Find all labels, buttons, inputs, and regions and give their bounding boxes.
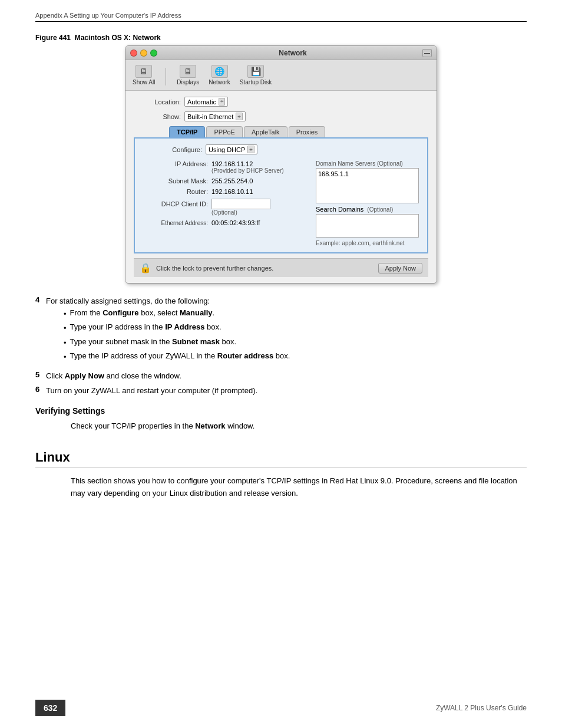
location-select[interactable]: Automatic ÷ [184,97,228,107]
tab-left-col: IP Address: 192.168.11.12 (Provided by D… [143,160,310,246]
toolbar-label-displays: Displays [177,79,199,85]
window-collapse-button[interactable]: — [422,49,432,57]
step-6-text: Turn on your ZyWALL and restart your com… [46,385,257,397]
location-arrow: ÷ [219,98,226,106]
verifying-section: Verifying Settings Check your TCP/IP pro… [35,406,527,433]
configure-value: Using DHCP [209,146,245,153]
ethernet-value: 00:05:02:43:93:ff [211,219,260,226]
figure-num: Figure 441 [35,34,71,42]
minimize-button[interactable] [140,50,147,57]
bullet-text-4: Type the IP address of your ZyWALL in th… [70,350,290,362]
configure-arrow: ÷ [247,146,254,153]
show-row: Show: Built-in Ethernet ÷ [134,111,428,121]
step-5-num: 5 [35,370,46,379]
bullet-dot-3: • [64,337,67,349]
tab-appletalk[interactable]: AppleTalk [244,126,287,137]
mac-window: Network — 🖥 Show All 🖥 Displays 🌐 Networ… [125,45,437,284]
show-all-icon: 🖥 [135,65,152,78]
subnet-row: Subnet Mask: 255.255.254.0 [143,177,310,185]
ethernet-label: Ethernet Address: [143,220,208,226]
tab-proxies[interactable]: Proxies [289,126,326,137]
bullet-text-3: Type your subnet mask in the Subnet mask… [70,336,237,348]
lock-text: Click the lock to prevent further change… [156,265,373,272]
step-5: 5 Click Apply Now and close the window. [35,370,527,382]
toolbar-label-network: Network [209,79,230,85]
bullet-text-2: Type your IP address in the IP Address b… [70,321,222,333]
page-footer: 632 ZyWALL 2 Plus User's Guide [0,700,562,716]
verifying-text: Check your TCP/IP properties in the Netw… [71,420,527,433]
mac-titlebar: Network — [125,46,437,60]
bullet-3: • Type your subnet mask in the Subnet ma… [64,336,290,349]
step-5-text: Click Apply Now and close the window. [46,370,181,382]
search-optional: (Optional) [367,206,393,213]
ip-value-block: 192.168.11.12 (Provided by DHCP Server) [211,160,284,174]
toolbar-item-network[interactable]: 🌐 Network [209,65,230,85]
close-button[interactable] [130,50,137,57]
router-row: Router: 192.168.10.11 [143,188,310,195]
toolbar-item-displays[interactable]: 🖥 Displays [177,65,199,85]
bullet-dot-4: • [64,351,67,363]
router-label: Router: [143,188,208,195]
tab-right-col: Domain Name Servers (Optional) 168.95.1.… [316,160,419,246]
verifying-heading: Verifying Settings [35,406,527,416]
dhcp-input[interactable] [211,199,270,209]
toolbar-item-show-all[interactable]: 🖥 Show All [133,65,155,85]
search-label-row: Search Domains (Optional) [316,206,419,213]
ethernet-row: Ethernet Address: 00:05:02:43:93:ff [143,219,310,226]
step-4: 4 For statically assigned settings, do t… [35,295,527,367]
footer-right-text: ZyWALL 2 Plus User's Guide [65,704,562,712]
displays-icon: 🖥 [180,65,196,78]
bullet-dot-2: • [64,322,67,334]
mac-bottom-bar: 🔒 Click the lock to prevent further chan… [134,258,428,277]
search-domains-box[interactable] [316,214,419,238]
step-4-content: For statically assigned settings, do the… [46,295,290,367]
location-label: Location: [134,98,181,106]
bullet-dot-1: • [64,308,67,320]
ip-row: IP Address: 192.168.11.12 (Provided by D… [143,160,310,174]
mac-tab-content: Configure: Using DHCP ÷ IP Address: [134,137,428,253]
ip-sub: (Provided by DHCP Server) [211,167,284,174]
router-value: 192.168.10.11 [211,188,253,195]
page-container: Appendix A Setting up Your Computer's IP… [0,0,562,728]
dhcp-label: DHCP Client ID: [143,200,208,207]
step-4-bullets: • From the Configure box, select Manuall… [64,307,290,363]
mac-window-buttons [130,50,157,57]
figure-label: Figure 441 Macintosh OS X: Network [35,34,527,42]
dns-value: 168.95.1.1 [318,170,349,177]
tab-pppoe[interactable]: PPPoE [206,126,242,137]
search-example: Example: apple.com, earthlink.net [316,240,419,246]
steps-section: 4 For statically assigned settings, do t… [35,295,527,397]
lock-icon[interactable]: 🔒 [140,262,151,274]
configure-label: Configure: [143,146,202,153]
tab-tcpip[interactable]: TCP/IP [169,126,205,137]
toolbar-item-startup[interactable]: 💾 Startup Disk [240,65,272,85]
dhcp-sub: (Optional) [211,209,270,216]
location-row: Location: Automatic ÷ [134,97,428,107]
tab-two-col: IP Address: 192.168.11.12 (Provided by D… [143,160,419,246]
bullet-2: • Type your IP address in the IP Address… [64,321,290,334]
location-value: Automatic [187,98,216,106]
ip-label: IP Address: [143,160,208,167]
figure-title: Macintosh OS X: Network [75,34,161,42]
bullet-4: • Type the IP address of your ZyWALL in … [64,350,290,363]
dhcp-row: DHCP Client ID: (Optional) [143,199,310,216]
mac-content: Location: Automatic ÷ Show: Built-in Eth… [125,91,437,283]
toolbar-separator [166,68,166,85]
window-title: Network [163,49,422,57]
show-value: Built-in Ethernet [187,113,233,120]
network-icon: 🌐 [211,65,228,78]
show-label: Show: [134,113,181,120]
step-6-num: 6 [35,385,46,394]
apply-now-button[interactable]: Apply Now [378,263,422,274]
startup-icon: 💾 [247,65,264,78]
show-arrow: ÷ [236,113,243,120]
page-number: 632 [35,700,65,716]
dns-box[interactable]: 168.95.1.1 [316,168,419,203]
maximize-button[interactable] [150,50,157,57]
configure-select[interactable]: Using DHCP ÷ [206,144,257,154]
show-select[interactable]: Built-in Ethernet ÷ [184,111,246,121]
toolbar-label-show-all: Show All [133,79,155,85]
bullet-1: • From the Configure box, select Manuall… [64,307,290,320]
dns-label: Domain Name Servers (Optional) [316,160,419,167]
mac-toolbar: 🖥 Show All 🖥 Displays 🌐 Network 💾 Startu… [125,60,437,91]
